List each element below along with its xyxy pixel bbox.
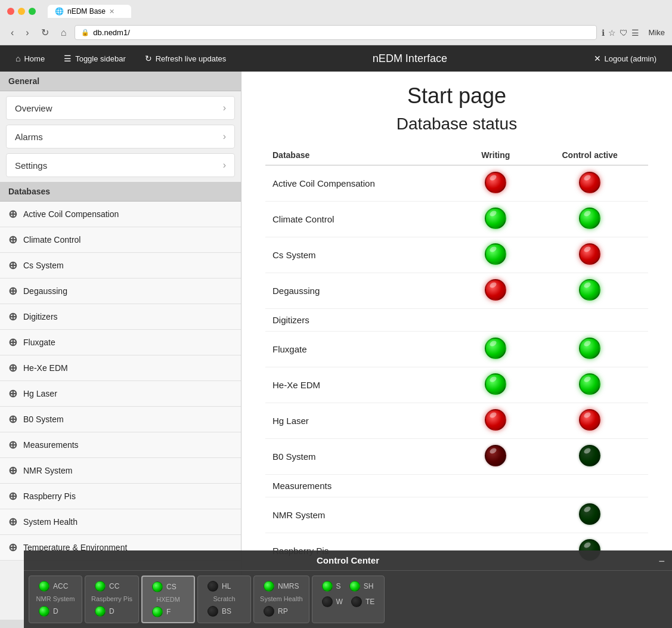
cc-led-cc [95, 581, 106, 592]
status-table: Database Writing Control active Active C… [265, 146, 648, 569]
sidebar-item-degaussing[interactable]: ⊕ Degaussing [0, 279, 241, 304]
refresh-button[interactable]: ↻ [38, 26, 52, 39]
arrow-icon: › [223, 160, 226, 171]
writing-cell [460, 309, 531, 332]
sidebar-item-nmr[interactable]: ⊕ NMR System [0, 458, 241, 484]
sidebar-item-overview[interactable]: Overview › [6, 96, 235, 120]
cc-label-hl: HL [222, 582, 231, 590]
minimize-dot[interactable] [18, 8, 25, 15]
menu-button[interactable]: ☰ [631, 28, 639, 38]
logout-label: Logout (admin) [605, 54, 656, 63]
shield-button[interactable]: 🛡 [620, 28, 628, 38]
sidebar-item-hxedm[interactable]: ⊕ He-Xe EDM [0, 355, 241, 381]
db-label: He-Xe EDM [23, 363, 68, 373]
browser-actions: ℹ ☆ 🛡 ☰ [602, 28, 639, 38]
sidebar-item-measurements[interactable]: ⊕ Measurements [0, 432, 241, 458]
cc-led-cs [152, 581, 163, 592]
add-icon: ⊕ [8, 438, 17, 451]
sidebar-item-climate[interactable]: ⊕ Climate Control [0, 227, 241, 253]
table-row: Measurements [265, 475, 648, 497]
info-button[interactable]: ℹ [602, 28, 605, 38]
sidebar-item-systemhealth[interactable]: ⊕ System Health [0, 509, 241, 535]
led-indicator [485, 409, 506, 431]
minimize-button[interactable]: − [658, 555, 665, 568]
cc-item-cc: CC [91, 580, 132, 593]
db-name-cell: Hg Laser [265, 403, 460, 439]
table-row: Hg Laser [265, 403, 648, 439]
browser-tab[interactable]: 🌐 nEDM Base ✕ [48, 5, 131, 18]
tab-favicon: 🌐 [55, 7, 64, 16]
cc-syshealth-box: NMRS System Health RP [253, 576, 309, 620]
db-label: Measurements [23, 440, 79, 450]
add-icon: ⊕ [8, 284, 17, 298]
url-bar[interactable]: 🔒 db.nedm1/ [75, 25, 596, 40]
sidebar-item-digitizers[interactable]: ⊕ Digitizers [0, 304, 241, 330]
control-center-body: ACC NMR System D CC Raspberry Pis D [24, 571, 672, 620]
forward-button[interactable]: › [22, 26, 32, 39]
cc-led-acc [39, 581, 49, 592]
user-label: Mike [649, 28, 665, 37]
sidebar: General Overview › Alarms › Settings › D… [0, 72, 241, 620]
table-row: He-Xe EDM [265, 367, 648, 403]
cc-item-acc: ACC [35, 580, 76, 593]
cc-rasp-box: CC Raspberry Pis D [85, 576, 139, 620]
sidebar-item-cs[interactable]: ⊕ Cs System [0, 253, 241, 279]
writing-cell [460, 332, 531, 367]
cc-led-w [322, 596, 333, 607]
sidebar-item-acc[interactable]: ⊕ Active Coil Compensation [0, 202, 241, 227]
add-icon: ⊕ [8, 233, 17, 246]
cc-group-syshealth: System Health [260, 595, 303, 602]
home-nav-label: Home [24, 54, 45, 63]
control-cell [531, 497, 648, 533]
table-row: Fluxgate [265, 332, 648, 367]
sidebar-icon: ☰ [64, 54, 72, 63]
close-dot[interactable] [7, 8, 14, 15]
browser-titlebar: 🌐 nEDM Base ✕ [0, 0, 672, 23]
cc-group-rasp: Raspberry Pis [91, 595, 132, 602]
arrow-icon: › [223, 131, 226, 142]
table-row: NMR System [265, 497, 648, 533]
add-icon: ⊕ [8, 259, 17, 272]
sidebar-item-hglaser[interactable]: ⊕ Hg Laser [0, 381, 241, 407]
bookmark-button[interactable]: ☆ [608, 28, 616, 38]
refresh-button[interactable]: ↻ Refresh live updates [137, 49, 235, 68]
cc-led-te [351, 596, 362, 607]
add-icon: ⊕ [8, 541, 17, 554]
logout-button[interactable]: ✕ Logout (admin) [586, 49, 665, 68]
col-header-writing: Writing [460, 146, 531, 165]
db-name-cell: Measurements [265, 475, 460, 497]
table-row: Climate Control [265, 202, 648, 237]
cc-hxedm-box[interactable]: CS HXEDM F [141, 576, 195, 620]
main-layout: General Overview › Alarms › Settings › D… [0, 72, 672, 620]
url-icon: 🔒 [81, 29, 89, 36]
fullscreen-dot[interactable] [29, 8, 36, 15]
databases-header: Databases [0, 182, 241, 202]
home-button[interactable]: ⌂ [57, 26, 70, 39]
toggle-sidebar-button[interactable]: ☰ Toggle sidebar [55, 49, 134, 68]
general-header: General [0, 72, 241, 91]
db-name-cell: B0 System [265, 439, 460, 475]
sidebar-item-fluxgate[interactable]: ⊕ Fluxgate [0, 330, 241, 355]
writing-cell [460, 165, 531, 202]
cc-label-f: F [166, 608, 171, 616]
led-indicator [485, 338, 506, 359]
tab-title: nEDM Base [67, 7, 106, 16]
sidebar-item-settings[interactable]: Settings › [6, 153, 235, 177]
tab-close-icon[interactable]: ✕ [109, 8, 114, 16]
home-nav-button[interactable]: ⌂ Home [7, 49, 53, 68]
led-indicator [579, 409, 600, 431]
db-name-cell: Cs System [265, 237, 460, 273]
sidebar-item-alarms[interactable]: Alarms › [6, 125, 235, 149]
cc-led-rp [264, 606, 274, 617]
cc-item-cs: CS [148, 580, 188, 593]
sidebar-item-raspberry[interactable]: ⊕ Raspberry Pis [0, 484, 241, 509]
cc-nmr-box: ACC NMR System D [29, 576, 82, 620]
writing-cell [460, 497, 531, 533]
db-label: Hg Laser [23, 389, 57, 398]
led-indicator [485, 279, 506, 301]
back-button[interactable]: ‹ [7, 26, 17, 39]
sidebar-item-b0[interactable]: ⊕ B0 System [0, 407, 241, 432]
cc-item-f: F [148, 605, 188, 618]
db-label: Degaussing [23, 286, 67, 296]
writing-cell [460, 403, 531, 439]
